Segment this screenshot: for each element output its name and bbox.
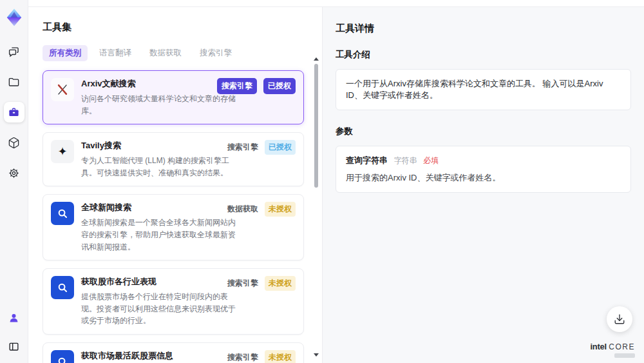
intro-heading: 工具介绍 xyxy=(336,49,631,61)
news-search-icon xyxy=(51,202,74,225)
tool-name: 获取市场最活跃股票信息 xyxy=(81,350,242,362)
category-tag: 搜索引擎 xyxy=(227,352,258,363)
tool-card-arxiv[interactable]: Arxiv文献搜索 访问各个研究领域大量科学论文和文章的存储库。 搜索引擎 已授… xyxy=(43,70,304,124)
category-tag: 数据获取 xyxy=(227,204,258,215)
auth-status-badge: 未授权 xyxy=(265,350,296,363)
stock-search-icon xyxy=(51,276,74,299)
sidebar-item-settings[interactable] xyxy=(4,162,24,183)
auth-status-badge: 已授权 xyxy=(265,140,296,155)
tool-card-global-news[interactable]: 全球新闻搜索 全球新闻搜索是一个聚合全球各大新闻网站内容的搜索引擎，帮助用户快速… xyxy=(43,194,304,260)
main-area: 工具集 所有类别 语言翻译 数据获取 搜索引擎 xyxy=(28,0,644,363)
intro-box: 一个用于从Arxiv存储库搜索科学论文和文章的工具。 输入可以是Arxiv ID… xyxy=(336,69,631,110)
tool-name: 全球新闻搜索 xyxy=(81,202,242,213)
app-logo-icon xyxy=(5,8,24,27)
stock-search-icon xyxy=(51,350,74,363)
tool-description: 专为人工智能代理 (LLM) 构建的搜索引擎工具。可快速提供实时、准确和真实的结… xyxy=(81,155,242,179)
auth-status-badge: 未授权 xyxy=(265,202,296,217)
sidebar-item-files[interactable] xyxy=(4,72,24,92)
param-box: 查询字符串 字符串 必填 用于搜索的Arxiv ID、关键字或作者姓名。 xyxy=(336,146,631,193)
tool-name: 获取股市各行业表现 xyxy=(81,276,242,288)
toolbox-icon xyxy=(8,106,20,119)
app-window: 工具集 所有类别 语言翻译 数据获取 搜索引擎 xyxy=(0,0,644,363)
tab-all-categories[interactable]: 所有类别 xyxy=(43,45,88,61)
tavily-logo-icon: ✦ xyxy=(51,140,74,163)
param-required-flag: 必填 xyxy=(423,156,439,165)
sidebar-item-toolbox[interactable] xyxy=(4,102,24,123)
user-avatar-icon xyxy=(8,312,20,324)
scroll-up-arrow-icon[interactable] xyxy=(314,57,319,61)
arxiv-logo-icon xyxy=(51,78,74,101)
sidebar-bottom xyxy=(4,308,24,357)
auth-status-badge: 未授权 xyxy=(265,276,296,291)
collapse-sidebar-icon xyxy=(8,340,20,353)
category-tag: 搜索引擎 xyxy=(227,278,258,289)
sidebar-item-packages[interactable] xyxy=(4,132,24,153)
tab-data-acquisition[interactable]: 数据获取 xyxy=(143,45,188,61)
param-description: 用于搜索的Arxiv ID、关键字或作者姓名。 xyxy=(346,172,621,184)
download-icon xyxy=(614,313,625,325)
auth-status-badge: 已授权 xyxy=(263,78,296,94)
scrollbar-thumb[interactable] xyxy=(314,64,318,188)
sidebar-nav xyxy=(4,41,24,183)
sidebar xyxy=(0,0,28,363)
tool-description: 访问各个研究领域大量科学论文和文章的存储库。 xyxy=(81,93,242,117)
detail-title: 工具详情 xyxy=(336,23,631,35)
sidebar-item-chat[interactable] xyxy=(4,41,24,62)
param-header: 查询字符串 字符串 必填 xyxy=(346,155,621,166)
tool-detail-panel: 工具详情 工具介绍 一个用于从Arxiv存储库搜索科学论文和文章的工具。 输入可… xyxy=(322,7,644,363)
tool-card-sector-performance[interactable]: 获取股市各行业表现 提供股票市场各个行业在特定时间段内的表现。投资者可以利用这些… xyxy=(43,268,304,335)
scroll-down-arrow-icon[interactable] xyxy=(314,353,319,357)
tool-description: 全球新闻搜索是一个聚合全球各大新闻网站内容的搜索引擎，帮助用户快速获取全球最新资… xyxy=(81,217,242,253)
tool-description: 提供股票市场各个行业在特定时间段内的表现。投资者可以利用这些信息来识别表现优于或… xyxy=(81,291,242,327)
tool-name: Tavily搜索 xyxy=(81,140,242,152)
sidebar-item-account[interactable] xyxy=(4,308,24,328)
param-name: 查询字符串 xyxy=(346,155,388,165)
page-title: 工具集 xyxy=(43,21,304,34)
intel-wordmark: intel xyxy=(590,342,606,351)
top-strip xyxy=(28,0,644,6)
package-icon xyxy=(8,137,20,149)
tool-card-tavily[interactable]: ✦ Tavily搜索 专为人工智能代理 (LLM) 构建的搜索引擎工具。可快速提… xyxy=(43,132,304,186)
params-heading: 参数 xyxy=(336,126,631,137)
intel-core-logo: intel core xyxy=(590,342,635,358)
download-button[interactable] xyxy=(607,306,632,332)
intro-text: 一个用于从Arxiv存储库搜索科学论文和文章的工具。 输入可以是Arxiv ID… xyxy=(346,79,603,100)
tool-card-most-active-stocks[interactable]: 获取市场最活跃股票信息 提供当天交易量最高的股票列表。投资者可以利用这些信息来识… xyxy=(43,342,304,363)
category-tag[interactable]: 搜索引擎 xyxy=(217,78,257,94)
tools-list-panel: 工具集 所有类别 语言翻译 数据获取 搜索引擎 xyxy=(28,7,322,363)
sidebar-collapse-button[interactable] xyxy=(4,336,24,357)
core-wordmark: core xyxy=(609,342,635,351)
tab-language-translation[interactable]: 语言翻译 xyxy=(93,45,138,61)
category-tabs: 所有类别 语言翻译 数据获取 搜索引擎 xyxy=(43,45,304,61)
chat-icon xyxy=(8,46,20,58)
list-scrollbar[interactable] xyxy=(313,57,319,357)
intel-badge-bar xyxy=(614,353,635,358)
tool-card-list: Arxiv文献搜索 访问各个研究领域大量科学论文和文章的存储库。 搜索引擎 已授… xyxy=(43,70,304,363)
folder-icon xyxy=(8,76,20,88)
gear-icon xyxy=(8,167,20,179)
category-tag: 搜索引擎 xyxy=(227,142,258,153)
param-type: 字符串 xyxy=(394,156,417,165)
tab-search-engine[interactable]: 搜索引擎 xyxy=(193,45,238,61)
